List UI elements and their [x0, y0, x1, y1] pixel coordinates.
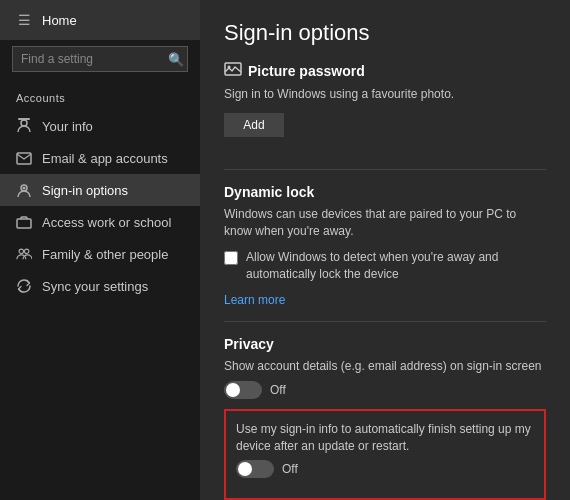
sidebar-item-access-work-school[interactable]: Access work or school	[0, 206, 200, 238]
svg-point-9	[228, 66, 231, 69]
main-content: Sign-in options Picture password Sign in…	[200, 0, 570, 500]
sidebar-item-family-label: Family & other people	[42, 247, 168, 262]
sidebar-item-family-other-people[interactable]: Family & other people	[0, 238, 200, 270]
highlight-box: Use my sign-in info to automatically fin…	[224, 409, 546, 500]
sidebar-item-your-info[interactable]: Your info	[0, 110, 200, 142]
sidebar-home-button[interactable]: ☰ Home	[0, 0, 200, 40]
toggle-row-1: Show account details (e.g. email address…	[224, 358, 546, 399]
search-box: 🔍	[12, 46, 188, 72]
divider-2	[224, 321, 546, 322]
sidebar-home-label: Home	[42, 13, 77, 28]
svg-point-4	[23, 187, 26, 190]
sync-icon	[16, 278, 32, 294]
your-info-icon	[16, 118, 32, 134]
privacy-title: Privacy	[224, 336, 274, 352]
sidebar: ☰ Home 🔍 Accounts Your info Email & app …	[0, 0, 200, 500]
toggle-2-label: Use my sign-in info to automatically fin…	[236, 421, 534, 455]
sidebar-item-sign-in-options[interactable]: Sign-in options	[0, 174, 200, 206]
divider-1	[224, 169, 546, 170]
picture-password-description: Sign in to Windows using a favourite pho…	[224, 86, 546, 103]
sidebar-item-sync-settings[interactable]: Sync your settings	[0, 270, 200, 302]
privacy-section-title: Privacy	[224, 336, 546, 352]
sidebar-item-email-app-accounts[interactable]: Email & app accounts	[0, 142, 200, 174]
svg-rect-5	[17, 219, 31, 228]
toggle-1-switch[interactable]	[224, 381, 262, 399]
sidebar-item-access-label: Access work or school	[42, 215, 171, 230]
dynamic-lock-description: Windows can use devices that are paired …	[224, 206, 546, 240]
svg-point-7	[24, 249, 28, 253]
search-icon-button[interactable]: 🔍	[168, 52, 184, 67]
dynamic-lock-section-title: Dynamic lock	[224, 184, 546, 200]
toggle-1-status: Off	[270, 383, 286, 397]
sign-in-icon	[16, 182, 32, 198]
sidebar-item-sync-label: Sync your settings	[42, 279, 148, 294]
toggle-1-label: Show account details (e.g. email address…	[224, 358, 546, 375]
sidebar-item-sign-in-label: Sign-in options	[42, 183, 128, 198]
email-icon	[16, 150, 32, 166]
family-icon	[16, 246, 32, 262]
work-icon	[16, 214, 32, 230]
picture-password-section-title: Picture password	[224, 62, 546, 80]
accounts-section-label: Accounts	[0, 84, 200, 110]
toggle-2-container: Off	[236, 460, 534, 478]
dynamic-lock-checkbox-row: Allow Windows to detect when you're away…	[224, 249, 546, 283]
toggle-row-2: Use my sign-in info to automatically fin…	[236, 421, 534, 479]
dynamic-lock-checkbox-label: Allow Windows to detect when you're away…	[246, 249, 546, 283]
page-title: Sign-in options	[224, 20, 546, 46]
add-picture-password-button[interactable]: Add	[224, 113, 284, 137]
svg-point-6	[19, 249, 23, 253]
dynamic-lock-checkbox[interactable]	[224, 251, 238, 265]
toggle-2-status: Off	[282, 462, 298, 476]
toggle-2-switch[interactable]	[236, 460, 274, 478]
search-input[interactable]	[12, 46, 188, 72]
dynamic-lock-title: Dynamic lock	[224, 184, 314, 200]
home-icon: ☰	[16, 12, 32, 28]
picture-password-icon	[224, 62, 242, 80]
sidebar-item-your-info-label: Your info	[42, 119, 93, 134]
picture-password-title: Picture password	[248, 63, 365, 79]
dynamic-lock-learn-more[interactable]: Learn more	[224, 293, 546, 307]
svg-point-1	[21, 120, 27, 126]
sidebar-item-email-label: Email & app accounts	[42, 151, 168, 166]
toggle-1-container: Off	[224, 381, 546, 399]
